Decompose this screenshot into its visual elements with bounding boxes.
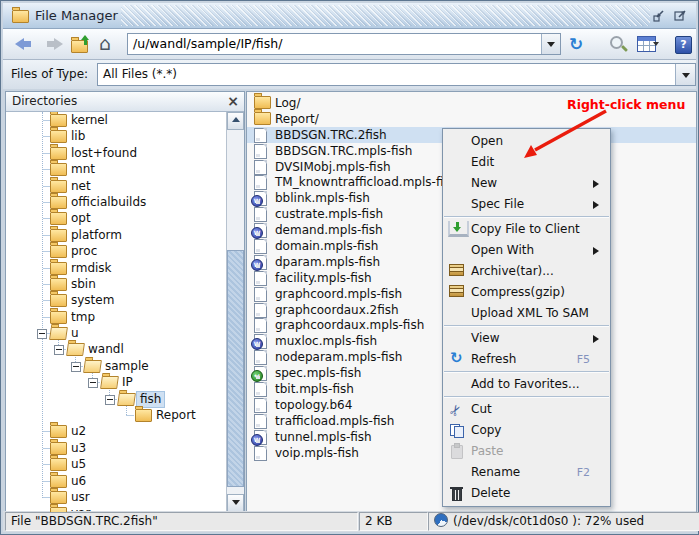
tree-item-u5[interactable]: u5 <box>6 456 227 472</box>
menu-item-open[interactable]: Open <box>443 131 610 152</box>
folder-icon <box>117 393 136 406</box>
menu-item-compress-gzip[interactable]: Compress(gzip) <box>443 282 610 303</box>
back-button[interactable] <box>13 34 35 54</box>
tree-item-tmp[interactable]: tmp <box>6 309 227 325</box>
tree-item-u3[interactable]: u3 <box>6 440 227 456</box>
tree-item-net[interactable]: net <box>6 178 227 194</box>
tree-item-IP[interactable]: IP <box>6 374 227 390</box>
tree-item-label: sbin <box>68 277 99 292</box>
tree-item-Report[interactable]: Report <box>6 407 227 423</box>
menu-item-edit[interactable]: Edit <box>443 152 610 173</box>
menu-item-new[interactable]: New <box>443 173 610 194</box>
folder-icon <box>49 327 68 340</box>
window-frame: File Manager ⌂ /u/wandl/sample/IP/fish/ … <box>0 0 699 535</box>
files-of-type-dropdown-button[interactable] <box>675 64 695 85</box>
refresh-button[interactable]: ↻ <box>569 34 591 54</box>
expand-toggle-icon[interactable] <box>54 345 64 355</box>
address-combobox[interactable]: /u/wandl/sample/IP/fish/ <box>127 33 561 55</box>
tree-item-label: officialbuilds <box>68 195 149 210</box>
menu-item-open-with[interactable]: Open With <box>443 240 610 261</box>
menu-item-refresh[interactable]: RefreshF5 <box>443 349 610 370</box>
tree-item-lib[interactable]: lib <box>6 128 227 144</box>
folder-icon <box>50 180 67 193</box>
folder-icon <box>50 245 67 258</box>
menu-item-cut[interactable]: Cut <box>443 399 610 420</box>
tree-item-label: wandl <box>85 342 127 357</box>
tree-item-officialbuilds[interactable]: officialbuilds <box>6 194 227 210</box>
menu-item-label: View <box>471 331 499 345</box>
menu-separator <box>444 396 609 398</box>
tree-item-platform[interactable]: platform <box>6 227 227 243</box>
tree-item-system[interactable]: system <box>6 292 227 308</box>
chevron-up-icon <box>232 117 240 122</box>
files-of-type-combobox[interactable]: All Files (*.*) <box>97 63 696 86</box>
up-arrow-icon <box>81 31 89 40</box>
menu-item-view[interactable]: View <box>443 328 610 349</box>
scroll-up-button[interactable] <box>227 112 244 130</box>
tree-item-usr[interactable]: usr <box>6 489 227 505</box>
menu-item-label: Compress(gzip) <box>471 285 565 299</box>
doc-icon <box>254 303 267 318</box>
expand-toggle-icon[interactable] <box>71 362 81 372</box>
menu-item-add-to-favorites[interactable]: Add to Favorites... <box>443 374 610 395</box>
menu-item-upload-xml-to-sam[interactable]: Upload XML To SAM <box>443 303 610 324</box>
chevron-down-icon <box>682 73 690 82</box>
menu-item-copy[interactable]: Copy <box>443 420 610 441</box>
close-icon[interactable]: × <box>227 92 239 111</box>
tree-item-proc[interactable]: proc <box>6 243 227 259</box>
view-options-button[interactable] <box>636 34 658 54</box>
expand-toggle-icon[interactable] <box>88 378 98 388</box>
doc-icon <box>254 414 267 429</box>
directories-panel: Directories × kernelliblost+foundmntneto… <box>5 91 245 513</box>
tree-item-mnt[interactable]: mnt <box>6 161 227 177</box>
menu-item-archive-tar[interactable]: Archive(tar)... <box>443 261 610 282</box>
doc-icon <box>254 144 267 159</box>
tree-item-u6[interactable]: u6 <box>6 473 227 489</box>
menu-item-spec-file[interactable]: Spec File <box>443 194 610 215</box>
tree-item-opt[interactable]: opt <box>6 210 227 226</box>
wandl-doc-icon: W <box>254 430 267 445</box>
tree-item-sbin[interactable]: sbin <box>6 276 227 292</box>
menu-item-rename[interactable]: RenameF2 <box>443 462 610 483</box>
disk-usage-pie-icon <box>434 513 448 527</box>
tree-scrollbar[interactable] <box>226 112 244 512</box>
tree-item-kernel[interactable]: kernel <box>6 112 227 128</box>
scrollbar-thumb[interactable] <box>227 250 244 487</box>
file-name: BBDSGN.TRC.2fish <box>275 128 387 142</box>
folder-icon <box>50 196 67 209</box>
menu-separator <box>444 216 609 218</box>
chevron-down-icon <box>232 500 240 509</box>
file-name: nodeparam.mpls-fish <box>275 350 402 364</box>
tree-item-fish[interactable]: fish <box>6 391 227 407</box>
tree-item-u2[interactable]: u2 <box>6 423 227 439</box>
up-one-level-button[interactable] <box>71 34 93 54</box>
menu-item-paste: Paste <box>443 441 610 462</box>
maximize-icon[interactable] <box>672 7 689 24</box>
directories-header: Directories × <box>6 92 244 112</box>
search-button[interactable] <box>607 34 629 54</box>
menu-item-delete[interactable]: Delete <box>443 483 610 504</box>
folder-icon <box>50 130 67 143</box>
forward-button[interactable] <box>43 34 65 54</box>
folder-icon <box>135 409 152 422</box>
tree-item-rmdisk[interactable]: rmdisk <box>6 260 227 276</box>
folder-icon <box>50 163 67 176</box>
restore-icon[interactable] <box>651 7 668 24</box>
expand-toggle-icon[interactable] <box>37 329 47 339</box>
tree-item-sample[interactable]: sample <box>6 358 227 374</box>
menu-item-copy-file-to-client[interactable]: Copy File to Client <box>443 219 610 240</box>
scroll-down-button[interactable] <box>227 494 244 512</box>
tree-item-lost+found[interactable]: lost+found <box>6 145 227 161</box>
expand-toggle-icon[interactable] <box>105 395 115 405</box>
status-disk-usage: (/dev/dsk/c0t1d0s0 ): 72% used <box>428 512 699 531</box>
tree-item-label: opt <box>68 211 94 226</box>
address-dropdown-button[interactable] <box>541 34 560 54</box>
file-row[interactable]: Report/ <box>247 111 696 127</box>
help-button[interactable]: ? <box>673 34 695 54</box>
tree-item-wandl[interactable]: wandl <box>6 341 227 357</box>
submenu-arrow-icon <box>593 335 603 343</box>
tree-item-label: rmdisk <box>68 261 115 276</box>
tree-item-u[interactable]: u <box>6 325 227 341</box>
home-button[interactable]: ⌂ <box>99 34 121 54</box>
tree-item-label: platform <box>68 228 125 243</box>
